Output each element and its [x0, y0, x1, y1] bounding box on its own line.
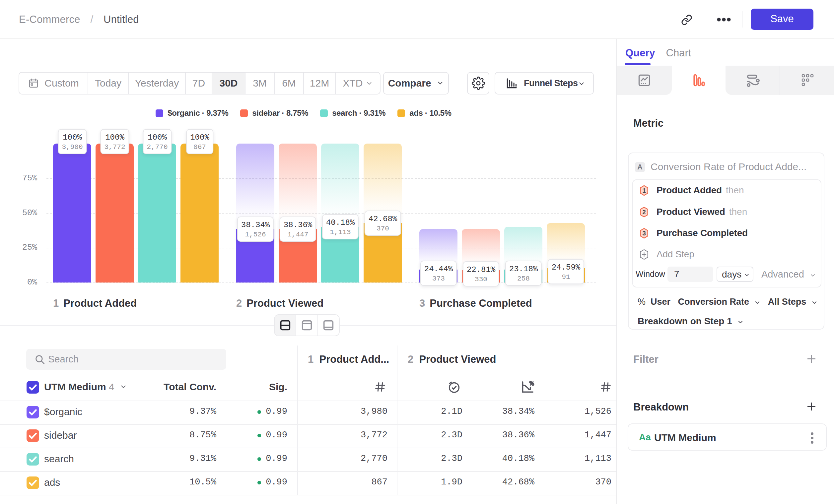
svg-text:1: 1 [642, 187, 645, 193]
svg-text:3: 3 [642, 229, 645, 236]
svg-text:2: 2 [642, 208, 645, 215]
